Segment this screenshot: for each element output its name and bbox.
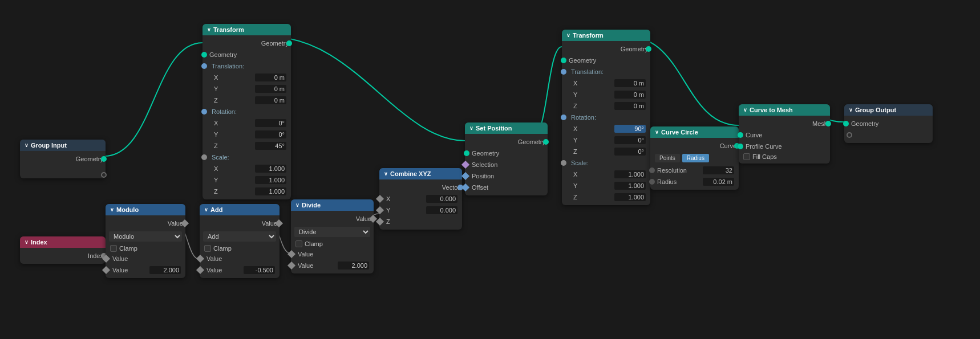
transform2-sz-input[interactable] xyxy=(614,193,646,201)
transform1-ry-input[interactable] xyxy=(255,130,286,138)
transform1-ty-input[interactable] xyxy=(255,85,286,93)
divide-value2-row: Value xyxy=(291,260,374,271)
transform1-rx: X xyxy=(203,117,291,129)
transform1-sz-input[interactable] xyxy=(255,187,286,195)
transform1-tz: Z xyxy=(203,95,291,106)
curve-circle-res-socket[interactable] xyxy=(649,168,655,173)
group-output-geo-in: Geometry xyxy=(844,118,933,129)
translation-socket[interactable] xyxy=(201,63,207,69)
group-output-title: Group Output xyxy=(855,107,896,113)
curve-to-mesh-out: Mesh xyxy=(739,118,830,129)
transform2-trans-socket[interactable] xyxy=(561,69,566,75)
transform2-ry-input[interactable] xyxy=(614,136,646,144)
set-position-geo-out-socket[interactable] xyxy=(543,139,549,145)
transform1-ry: Y xyxy=(203,129,291,140)
add-value-input[interactable] xyxy=(244,266,275,274)
transform2-node: ∨ Transform Geometry Geometry Translatio… xyxy=(562,30,650,205)
transform1-rz-input[interactable] xyxy=(255,142,286,150)
group-input-geometry-row: Geometry xyxy=(20,153,106,165)
modulo-output-row: Value xyxy=(106,218,185,229)
transform2-scale-socket[interactable] xyxy=(561,160,566,166)
modulo-title: Modulo xyxy=(116,206,139,213)
transform2-tx: X xyxy=(562,77,650,89)
set-position-selection: Selection xyxy=(465,159,548,170)
curve-circle-res-input[interactable] xyxy=(703,166,734,174)
transform1-geo-in-socket[interactable] xyxy=(201,52,207,58)
modulo-value1-row: Value xyxy=(106,253,185,264)
combine-xyz-x-input[interactable] xyxy=(426,195,457,203)
curve-circle-radius-input[interactable] xyxy=(703,178,734,186)
group-output-hollow-socket xyxy=(847,132,852,138)
divide-value-input[interactable] xyxy=(338,262,369,269)
curve-to-mesh-out-socket[interactable] xyxy=(825,121,831,126)
curve-circle-radius-socket[interactable] xyxy=(649,179,655,185)
curve-circle-points-btn[interactable]: Points xyxy=(655,154,680,162)
modulo-clamp-checkbox[interactable] xyxy=(110,245,117,252)
modulo-clamp-row: Clamp xyxy=(106,244,185,253)
divide-dropdown[interactable]: Divide xyxy=(294,227,370,237)
curve-to-mesh-curve-socket[interactable] xyxy=(738,132,743,138)
transform2-tz-input[interactable] xyxy=(614,102,646,110)
curve-circle-radius-btn[interactable]: Radius xyxy=(682,154,709,162)
add-value2-row: Value xyxy=(200,264,280,276)
transform1-sy-input[interactable] xyxy=(255,176,286,184)
set-position-geo-in-socket[interactable] xyxy=(464,150,469,156)
transform1-tz-input[interactable] xyxy=(255,96,286,104)
transform2-geo-out-socket[interactable] xyxy=(646,46,651,52)
combine-xyz-x-row: X xyxy=(379,193,462,205)
add-clamp-checkbox[interactable] xyxy=(204,245,211,252)
combine-xyz-vector-out: Vector xyxy=(379,182,462,193)
transform1-sz: Z xyxy=(203,186,291,197)
curve-to-mesh-profile-socket[interactable] xyxy=(738,144,743,149)
transform1-tx-input[interactable] xyxy=(255,73,286,81)
transform2-geo-in-socket[interactable] xyxy=(561,58,566,63)
transform1-sx-input[interactable] xyxy=(255,165,286,173)
transform2-sx-input[interactable] xyxy=(614,170,646,178)
transform1-rx-input[interactable] xyxy=(255,119,286,127)
transform2-translation-label: Translation: xyxy=(562,66,650,77)
transform2-sy-input[interactable] xyxy=(614,182,646,190)
geometry-output-socket[interactable] xyxy=(101,156,107,162)
add-title: Add xyxy=(210,206,222,213)
divide-value1-row: Value xyxy=(291,248,374,260)
add-node: ∨ Add Value Add Clamp Value xyxy=(200,204,280,278)
modulo-header: ∨ Modulo xyxy=(106,204,185,215)
combine-xyz-y-row: Y xyxy=(379,205,462,216)
add-dropdown[interactable]: Add xyxy=(203,231,276,242)
combine-xyz-z-row: Z xyxy=(379,216,462,227)
transform1-geo-out: Geometry xyxy=(203,38,291,49)
divide-output-row: Value xyxy=(291,213,374,224)
modulo-value-input[interactable] xyxy=(149,266,181,274)
transform2-ty: Y xyxy=(562,89,650,100)
transform1-scale-label: Scale: xyxy=(203,152,291,163)
transform2-rz: Z xyxy=(562,146,650,157)
combine-xyz-y-input[interactable] xyxy=(426,206,457,214)
divide-clamp-checkbox[interactable] xyxy=(295,240,302,247)
modulo-dropdown[interactable]: Modulo xyxy=(109,231,182,242)
curve-to-mesh-title: Curve to Mesh xyxy=(750,107,793,113)
curve-circle-radius-row: Radius xyxy=(650,176,739,187)
curve-to-mesh-node: ∨ Curve to Mesh Mesh Curve Profile Curve… xyxy=(739,104,830,164)
set-position-position: Position xyxy=(465,170,548,182)
transform1-geo-out-socket[interactable] xyxy=(286,40,292,46)
combine-xyz-header: ∨ Combine XYZ xyxy=(379,168,462,179)
curve-to-mesh-profile-in: Profile Curve xyxy=(739,141,830,152)
transform1-ty: Y xyxy=(203,83,291,95)
group-input-header: ∨ Group Input xyxy=(20,140,106,151)
scale-socket[interactable] xyxy=(201,154,207,160)
transform2-title: Transform xyxy=(573,32,604,39)
transform2-ry: Y xyxy=(562,134,650,146)
transform2-ty-input[interactable] xyxy=(614,91,646,99)
curve-circle-resolution-row: Resolution xyxy=(650,165,739,176)
transform2-rot-socket[interactable] xyxy=(561,115,566,120)
transform1-title: Transform xyxy=(213,26,244,33)
transform2-rx-input[interactable] xyxy=(614,125,646,133)
set-position-geo-in: Geometry xyxy=(465,148,548,159)
curve-to-mesh-fill-caps-checkbox[interactable] xyxy=(743,153,750,160)
modulo-value2-row: Value xyxy=(106,264,185,276)
curve-to-mesh-header: ∨ Curve to Mesh xyxy=(739,104,830,116)
transform2-rz-input[interactable] xyxy=(614,148,646,156)
transform2-tx-input[interactable] xyxy=(614,79,646,87)
rotation-socket[interactable] xyxy=(201,109,207,115)
group-output-geo-socket[interactable] xyxy=(843,121,849,126)
